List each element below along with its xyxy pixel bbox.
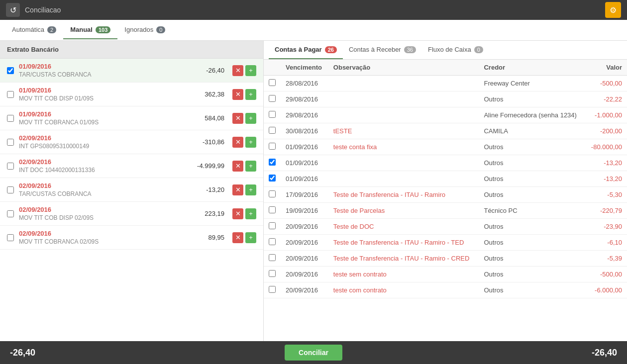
bank-item: 02/09/2016 MOV TIT COBRANCA 02/09S 89,95… <box>0 226 263 250</box>
row-amount: -13,20 <box>585 171 627 187</box>
tab-contas-receber[interactable]: Contas à Receber 36 <box>343 41 422 59</box>
remove-button[interactable]: ✕ <box>232 184 243 195</box>
add-button[interactable]: + <box>245 184 256 195</box>
row-checkbox-cell <box>264 187 281 203</box>
row-checkbox[interactable] <box>269 127 276 134</box>
remove-button[interactable]: ✕ <box>232 65 243 76</box>
bank-item-desc: MOV TIT COB DISP 02/09S <box>19 214 200 221</box>
left-panel: Extrato Bancário 01/09/2016 TAR/CUSTAS C… <box>0 41 264 341</box>
col-observacao: Observação <box>328 60 479 76</box>
bank-item-checkbox[interactable] <box>7 91 14 98</box>
remove-button[interactable]: ✕ <box>232 161 243 172</box>
col-vencimento: Vencimento <box>281 60 328 76</box>
add-button[interactable]: + <box>245 232 256 243</box>
bank-item-checkbox[interactable] <box>7 234 14 241</box>
row-checkbox[interactable] <box>269 175 276 182</box>
row-amount: -500,00 <box>585 267 627 282</box>
tab-automatica[interactable]: Automática 2 <box>5 21 63 39</box>
table-row: 30/08/2016tESTECAMILA-200,00 <box>264 123 627 139</box>
gear-button[interactable]: ⚙ <box>605 2 621 18</box>
table-row: 01/09/2016teste conta fixaOutros-80.000,… <box>264 139 627 155</box>
row-creditor: Técnico PC <box>479 203 585 219</box>
remove-button[interactable]: ✕ <box>232 208 243 219</box>
bank-item-date: 02/09/2016 <box>19 134 198 142</box>
row-date: 20/09/2016 <box>281 219 328 235</box>
add-button[interactable]: + <box>245 137 256 148</box>
row-obs <box>328 107 479 123</box>
extrato-bancario-header: Extrato Bancário <box>0 41 263 59</box>
row-checkbox[interactable] <box>269 238 276 245</box>
row-creditor: Outros <box>479 155 585 171</box>
tab-ignorados[interactable]: Ignorados 0 <box>117 21 172 39</box>
row-checkbox[interactable] <box>269 190 276 197</box>
row-amount: -23,90 <box>585 219 627 235</box>
conciliar-button[interactable]: Conciliar <box>285 345 342 361</box>
bank-item-info: 02/09/2016 INT DOC 104402000131336 <box>19 158 192 174</box>
row-date: 20/09/2016 <box>281 235 328 251</box>
row-checkbox-cell <box>264 123 281 139</box>
row-checkbox[interactable] <box>269 143 276 150</box>
header-left: ↺ Conciliacao <box>6 3 61 17</box>
bank-item-checkbox[interactable] <box>7 210 14 217</box>
bank-item-desc: TAR/CUSTAS COBRANCA <box>19 190 201 197</box>
bank-item-checkbox[interactable] <box>7 67 14 74</box>
row-amount: -6,10 <box>585 235 627 251</box>
right-panel: Contas à Pagar 26 Contas à Receber 36 Fl… <box>264 41 627 341</box>
row-obs: Teste de Transferencia - ITAU - Ramiro -… <box>328 251 479 267</box>
row-creditor: Outros <box>479 251 585 267</box>
tab-contas-pagar[interactable]: Contas à Pagar 26 <box>269 41 343 59</box>
row-creditor: Aline Fornecedora (senha 1234) <box>479 107 585 123</box>
col-valor: Valor <box>585 60 627 76</box>
row-date: 19/09/2016 <box>281 203 328 219</box>
app-title: Conciliacao <box>25 6 61 14</box>
remove-button[interactable]: ✕ <box>232 232 243 243</box>
bank-item-checkbox[interactable] <box>7 163 14 170</box>
row-checkbox[interactable] <box>269 79 276 86</box>
row-obs <box>328 155 479 171</box>
row-checkbox-cell <box>264 155 281 171</box>
tab-manual[interactable]: Manual 103 <box>63 21 117 39</box>
row-checkbox[interactable] <box>269 95 276 102</box>
bank-item-checkbox[interactable] <box>7 115 14 122</box>
row-checkbox[interactable] <box>269 111 276 118</box>
bank-item-checkbox[interactable] <box>7 139 14 146</box>
row-date: 28/08/2016 <box>281 76 328 91</box>
add-button[interactable]: + <box>245 208 256 219</box>
bank-item: 02/09/2016 MOV TIT COB DISP 02/09S 223,1… <box>0 202 263 226</box>
row-checkbox[interactable] <box>269 270 276 277</box>
remove-button[interactable]: ✕ <box>232 113 243 124</box>
bank-item-actions: ✕ + <box>232 208 256 219</box>
bank-item-actions: ✕ + <box>232 137 256 148</box>
remove-button[interactable]: ✕ <box>232 89 243 100</box>
bank-item-checkbox[interactable] <box>7 186 14 193</box>
add-button[interactable]: + <box>245 113 256 124</box>
remove-button[interactable]: ✕ <box>232 137 243 148</box>
add-button[interactable]: + <box>245 161 256 172</box>
col-checkbox <box>264 60 281 76</box>
bank-item-actions: ✕ + <box>232 65 256 76</box>
row-creditor: Outros <box>479 219 585 235</box>
row-obs: Teste de Transferencia - ITAU - Ramiro <box>328 187 479 203</box>
bank-list: 01/09/2016 TAR/CUSTAS COBRANCA -26,40 ✕ … <box>0 59 263 341</box>
row-date: 01/09/2016 <box>281 171 328 187</box>
row-obs: teste com contrato <box>328 282 479 298</box>
row-checkbox-cell <box>264 219 281 235</box>
row-checkbox[interactable] <box>269 206 276 213</box>
add-button[interactable]: + <box>245 65 256 76</box>
tab-fluxo-caixa[interactable]: Fluxo de Caixa 0 <box>422 41 489 59</box>
row-checkbox[interactable] <box>269 254 276 261</box>
row-checkbox[interactable] <box>269 222 276 229</box>
row-date: 30/08/2016 <box>281 123 328 139</box>
row-amount: -200,00 <box>585 123 627 139</box>
table-row: 17/09/2016Teste de Transferencia - ITAU … <box>264 187 627 203</box>
row-checkbox[interactable] <box>269 286 276 293</box>
bank-item: 01/09/2016 MOV TIT COB DISP 01/09S 362,3… <box>0 83 263 106</box>
row-obs: tESTE <box>328 123 479 139</box>
row-amount: -6.000,00 <box>585 282 627 298</box>
add-button[interactable]: + <box>245 89 256 100</box>
row-checkbox[interactable] <box>269 159 276 166</box>
bank-item-amount: 223,19 <box>205 210 224 217</box>
row-amount: -500,00 <box>585 76 627 91</box>
row-creditor: Outros <box>479 187 585 203</box>
accounts-data-table: Vencimento Observação Credor Valor 28/08… <box>264 60 627 298</box>
